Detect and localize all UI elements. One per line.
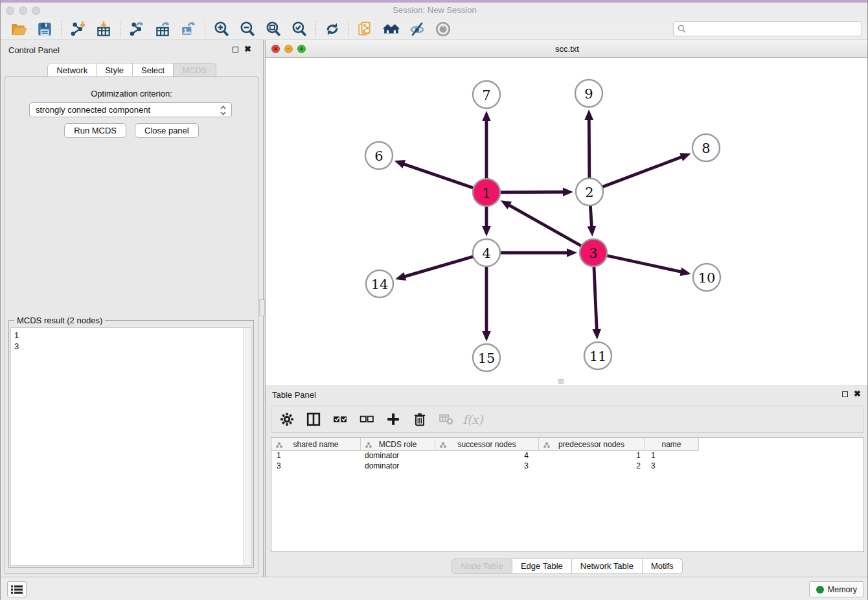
gear-icon: [280, 412, 294, 426]
deselect-all-icon: [360, 412, 374, 426]
delete-button[interactable]: [412, 411, 428, 427]
criterion-dropdown[interactable]: strongly connected component: [29, 102, 232, 117]
search-input[interactable]: [689, 25, 862, 34]
show-all-icon: [435, 21, 451, 38]
open-file-button[interactable]: [6, 19, 32, 39]
zoom-selected-button[interactable]: [286, 19, 312, 39]
node-label-9: 9: [584, 86, 593, 102]
select-all-button[interactable]: [332, 411, 348, 427]
refresh-button[interactable]: [319, 19, 345, 39]
memory-status-icon: [816, 586, 824, 594]
new-network-from-selection-icon: [357, 21, 374, 38]
float-table-panel-icon[interactable]: [842, 391, 848, 397]
save-session-button[interactable]: [32, 19, 58, 39]
task-history-button[interactable]: [7, 581, 27, 597]
network-canvas[interactable]: 7968124314101511: [266, 58, 868, 385]
column-label: name: [661, 440, 681, 449]
close-table-panel-icon[interactable]: ✖: [854, 389, 861, 398]
column-header-name[interactable]: name: [645, 438, 699, 451]
import-network-button[interactable]: [65, 19, 91, 39]
show-all-button[interactable]: [430, 19, 456, 39]
splitter-grip[interactable]: [259, 299, 265, 316]
main-toolbar-items: [6, 19, 456, 39]
memory-label: Memory: [828, 585, 857, 594]
import-table-button[interactable]: [91, 19, 117, 39]
edge-arrowhead: [482, 226, 491, 237]
column-header-successor-nodes[interactable]: successor nodes: [435, 438, 539, 451]
search-icon: [678, 25, 686, 33]
zoom-out-button[interactable]: [234, 19, 260, 39]
column-header-shared-name[interactable]: shared name: [271, 438, 361, 451]
node-label-8: 8: [702, 141, 710, 156]
node-label-2: 2: [585, 185, 593, 200]
cell-shared-name: 1: [271, 451, 361, 461]
column-label: shared name: [293, 440, 338, 449]
zoom-in-button[interactable]: [209, 19, 234, 39]
column-label: successor nodes: [457, 440, 516, 449]
deselect-all-button[interactable]: [359, 411, 374, 427]
open-file-icon: [10, 21, 27, 38]
edge-3-1[interactable]: [508, 205, 593, 253]
tab-network-table[interactable]: Network Table: [572, 559, 643, 574]
hierarchy-icon: [365, 441, 372, 450]
table-body: 1dominator4113dominator323: [271, 451, 863, 472]
node-table[interactable]: shared nameMCDS rolesuccessor nodesprede…: [271, 437, 864, 552]
search-box[interactable]: [673, 21, 862, 36]
hierarchy-icon: [276, 441, 282, 450]
add-button[interactable]: [385, 411, 401, 427]
tab-node-table[interactable]: Node Table: [451, 559, 512, 574]
table-panel-header: Table Panel ✖: [266, 387, 868, 404]
function-icon: f(x): [463, 413, 483, 426]
toolbar-separator: [348, 21, 349, 38]
column-header-predecessor-nodes[interactable]: predecessor nodes: [539, 438, 645, 451]
tab-edge-table[interactable]: Edge Table: [512, 559, 572, 574]
run-mcds-button[interactable]: Run MCDS: [64, 123, 126, 138]
column-label: MCDS role: [379, 440, 417, 449]
first-neighbors-icon: [383, 21, 400, 38]
export-table-icon: [154, 21, 171, 38]
import-network-icon: [69, 21, 86, 38]
close-panel-button[interactable]: Close panel: [135, 123, 199, 138]
table-panel: Table Panel ✖ f(x) shared nameMCDS roles…: [266, 387, 868, 577]
new-network-from-selection-button[interactable]: [352, 19, 378, 39]
edge-arrowhead: [584, 110, 593, 120]
export-network-button[interactable]: [124, 19, 150, 39]
edge-2-8[interactable]: [589, 157, 683, 192]
first-neighbors-button[interactable]: [378, 19, 404, 39]
canvas-splitter-grip[interactable]: [558, 379, 564, 384]
edge-arrowhead: [680, 153, 691, 161]
control-panel: Control Panel ✖ NetworkStyleSelectMCDS O…: [1, 40, 263, 577]
result-scrollbar[interactable]: [243, 328, 251, 565]
edge-arrowhead: [563, 187, 573, 196]
close-panel-icon[interactable]: ✖: [244, 44, 251, 54]
columns-button[interactable]: [306, 411, 321, 427]
mcds-result-lines: 13: [11, 328, 251, 354]
import-table-icon: [95, 21, 112, 38]
hierarchy-icon: [440, 441, 446, 450]
refresh-icon: [324, 21, 341, 38]
node-label-6: 6: [374, 148, 383, 164]
delete-table-icon: [439, 412, 453, 426]
toolbar-separator: [315, 21, 316, 38]
delete-table-button: [439, 411, 454, 427]
table-row[interactable]: 1dominator411: [271, 451, 863, 461]
status-bar: Memory: [1, 577, 868, 600]
float-panel-icon[interactable]: [233, 47, 238, 52]
node-label-3: 3: [589, 246, 597, 261]
export-image-button[interactable]: [176, 19, 201, 39]
hide-selected-button[interactable]: [404, 19, 430, 39]
mcds-result-area[interactable]: 13: [10, 327, 252, 566]
zoom-fit-button[interactable]: [260, 19, 286, 39]
optimization-criterion-label: Optimization criterion:: [5, 89, 258, 98]
export-table-button[interactable]: [150, 19, 176, 39]
table-row[interactable]: 3dominator323: [271, 461, 863, 472]
network-graph[interactable]: 7968124314101511: [266, 58, 868, 385]
zoom-selected-icon: [291, 21, 308, 38]
memory-button[interactable]: Memory: [809, 581, 864, 597]
gear-button[interactable]: [279, 411, 295, 427]
main-toolbar: [1, 18, 868, 40]
tab-motifs[interactable]: Motifs: [643, 559, 683, 574]
column-header-mcds-role[interactable]: MCDS role: [361, 438, 435, 451]
zoom-fit-icon: [265, 21, 282, 38]
cell-name: 3: [645, 461, 699, 472]
